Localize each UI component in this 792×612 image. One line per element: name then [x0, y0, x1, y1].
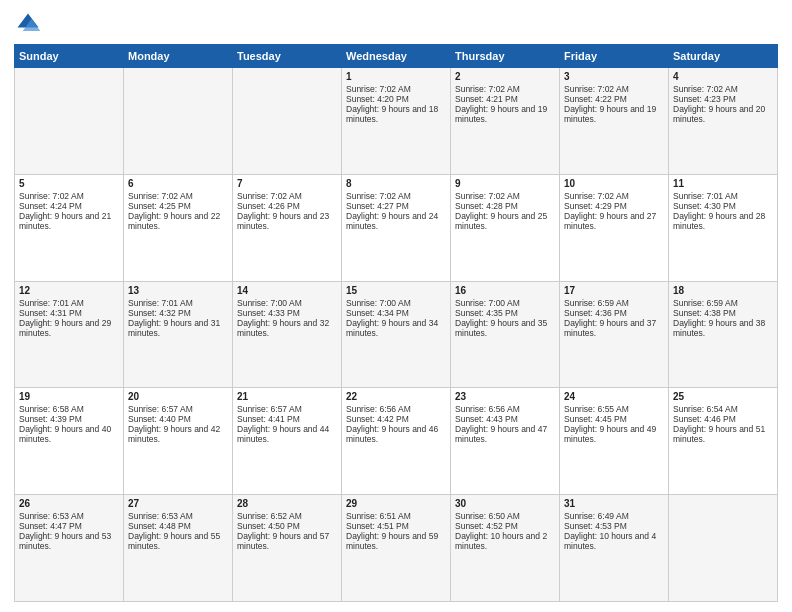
daylight-text: Daylight: 9 hours and 57 minutes. [237, 531, 337, 551]
header [14, 10, 778, 38]
sunrise-text: Sunrise: 7:02 AM [128, 191, 228, 201]
sunrise-text: Sunrise: 6:59 AM [673, 298, 773, 308]
daylight-text: Daylight: 9 hours and 40 minutes. [19, 424, 119, 444]
day-number: 16 [455, 285, 555, 296]
calendar-cell: 22Sunrise: 6:56 AMSunset: 4:42 PMDayligh… [342, 388, 451, 495]
daylight-text: Daylight: 9 hours and 32 minutes. [237, 318, 337, 338]
sunrise-text: Sunrise: 7:02 AM [564, 191, 664, 201]
calendar-cell: 17Sunrise: 6:59 AMSunset: 4:36 PMDayligh… [560, 281, 669, 388]
daylight-text: Daylight: 9 hours and 47 minutes. [455, 424, 555, 444]
day-number: 22 [346, 391, 446, 402]
day-number: 28 [237, 498, 337, 509]
calendar-cell: 15Sunrise: 7:00 AMSunset: 4:34 PMDayligh… [342, 281, 451, 388]
sunrise-text: Sunrise: 7:02 AM [237, 191, 337, 201]
calendar-cell: 6Sunrise: 7:02 AMSunset: 4:25 PMDaylight… [124, 174, 233, 281]
calendar-cell: 25Sunrise: 6:54 AMSunset: 4:46 PMDayligh… [669, 388, 778, 495]
calendar-cell: 27Sunrise: 6:53 AMSunset: 4:48 PMDayligh… [124, 495, 233, 602]
sunset-text: Sunset: 4:34 PM [346, 308, 446, 318]
calendar-cell [233, 68, 342, 175]
day-number: 9 [455, 178, 555, 189]
daylight-text: Daylight: 9 hours and 44 minutes. [237, 424, 337, 444]
day-number: 21 [237, 391, 337, 402]
week-row-0: 1Sunrise: 7:02 AMSunset: 4:20 PMDaylight… [15, 68, 778, 175]
calendar-body: 1Sunrise: 7:02 AMSunset: 4:20 PMDaylight… [15, 68, 778, 602]
sunset-text: Sunset: 4:30 PM [673, 201, 773, 211]
sunset-text: Sunset: 4:47 PM [19, 521, 119, 531]
sunrise-text: Sunrise: 6:56 AM [346, 404, 446, 414]
sunrise-text: Sunrise: 7:00 AM [346, 298, 446, 308]
sunset-text: Sunset: 4:40 PM [128, 414, 228, 424]
day-number: 1 [346, 71, 446, 82]
sunrise-text: Sunrise: 6:54 AM [673, 404, 773, 414]
sunset-text: Sunset: 4:48 PM [128, 521, 228, 531]
sunset-text: Sunset: 4:50 PM [237, 521, 337, 531]
sunset-text: Sunset: 4:36 PM [564, 308, 664, 318]
sunset-text: Sunset: 4:23 PM [673, 94, 773, 104]
sunset-text: Sunset: 4:25 PM [128, 201, 228, 211]
calendar-cell: 26Sunrise: 6:53 AMSunset: 4:47 PMDayligh… [15, 495, 124, 602]
day-number: 23 [455, 391, 555, 402]
weekday-header-tuesday: Tuesday [233, 45, 342, 68]
calendar-cell: 28Sunrise: 6:52 AMSunset: 4:50 PMDayligh… [233, 495, 342, 602]
sunset-text: Sunset: 4:38 PM [673, 308, 773, 318]
calendar-cell [124, 68, 233, 175]
sunset-text: Sunset: 4:24 PM [19, 201, 119, 211]
page: SundayMondayTuesdayWednesdayThursdayFrid… [0, 0, 792, 612]
day-number: 29 [346, 498, 446, 509]
calendar-cell: 20Sunrise: 6:57 AMSunset: 4:40 PMDayligh… [124, 388, 233, 495]
sunrise-text: Sunrise: 6:55 AM [564, 404, 664, 414]
calendar-cell: 18Sunrise: 6:59 AMSunset: 4:38 PMDayligh… [669, 281, 778, 388]
day-number: 24 [564, 391, 664, 402]
week-row-1: 5Sunrise: 7:02 AMSunset: 4:24 PMDaylight… [15, 174, 778, 281]
day-number: 19 [19, 391, 119, 402]
sunrise-text: Sunrise: 7:01 AM [673, 191, 773, 201]
daylight-text: Daylight: 9 hours and 28 minutes. [673, 211, 773, 231]
sunset-text: Sunset: 4:27 PM [346, 201, 446, 211]
calendar-cell: 5Sunrise: 7:02 AMSunset: 4:24 PMDaylight… [15, 174, 124, 281]
sunrise-text: Sunrise: 7:00 AM [455, 298, 555, 308]
day-number: 20 [128, 391, 228, 402]
sunrise-text: Sunrise: 7:02 AM [455, 84, 555, 94]
sunrise-text: Sunrise: 7:02 AM [346, 84, 446, 94]
calendar-cell: 13Sunrise: 7:01 AMSunset: 4:32 PMDayligh… [124, 281, 233, 388]
calendar-cell: 24Sunrise: 6:55 AMSunset: 4:45 PMDayligh… [560, 388, 669, 495]
sunset-text: Sunset: 4:20 PM [346, 94, 446, 104]
calendar-cell: 31Sunrise: 6:49 AMSunset: 4:53 PMDayligh… [560, 495, 669, 602]
calendar-cell: 7Sunrise: 7:02 AMSunset: 4:26 PMDaylight… [233, 174, 342, 281]
sunset-text: Sunset: 4:35 PM [455, 308, 555, 318]
sunrise-text: Sunrise: 7:02 AM [564, 84, 664, 94]
sunrise-text: Sunrise: 6:56 AM [455, 404, 555, 414]
logo-icon [14, 10, 42, 38]
calendar-cell: 10Sunrise: 7:02 AMSunset: 4:29 PMDayligh… [560, 174, 669, 281]
daylight-text: Daylight: 9 hours and 29 minutes. [19, 318, 119, 338]
day-number: 17 [564, 285, 664, 296]
calendar-cell [15, 68, 124, 175]
calendar-cell: 19Sunrise: 6:58 AMSunset: 4:39 PMDayligh… [15, 388, 124, 495]
daylight-text: Daylight: 9 hours and 21 minutes. [19, 211, 119, 231]
weekday-row: SundayMondayTuesdayWednesdayThursdayFrid… [15, 45, 778, 68]
sunset-text: Sunset: 4:28 PM [455, 201, 555, 211]
weekday-header-monday: Monday [124, 45, 233, 68]
week-row-4: 26Sunrise: 6:53 AMSunset: 4:47 PMDayligh… [15, 495, 778, 602]
calendar-cell: 4Sunrise: 7:02 AMSunset: 4:23 PMDaylight… [669, 68, 778, 175]
sunset-text: Sunset: 4:41 PM [237, 414, 337, 424]
sunset-text: Sunset: 4:22 PM [564, 94, 664, 104]
sunset-text: Sunset: 4:31 PM [19, 308, 119, 318]
sunrise-text: Sunrise: 6:59 AM [564, 298, 664, 308]
day-number: 12 [19, 285, 119, 296]
sunrise-text: Sunrise: 6:58 AM [19, 404, 119, 414]
weekday-header-friday: Friday [560, 45, 669, 68]
sunrise-text: Sunrise: 6:50 AM [455, 511, 555, 521]
day-number: 27 [128, 498, 228, 509]
daylight-text: Daylight: 9 hours and 24 minutes. [346, 211, 446, 231]
week-row-3: 19Sunrise: 6:58 AMSunset: 4:39 PMDayligh… [15, 388, 778, 495]
weekday-header-wednesday: Wednesday [342, 45, 451, 68]
day-number: 13 [128, 285, 228, 296]
sunset-text: Sunset: 4:32 PM [128, 308, 228, 318]
day-number: 26 [19, 498, 119, 509]
sunset-text: Sunset: 4:29 PM [564, 201, 664, 211]
calendar-cell: 8Sunrise: 7:02 AMSunset: 4:27 PMDaylight… [342, 174, 451, 281]
sunset-text: Sunset: 4:52 PM [455, 521, 555, 531]
calendar-cell: 2Sunrise: 7:02 AMSunset: 4:21 PMDaylight… [451, 68, 560, 175]
sunrise-text: Sunrise: 6:49 AM [564, 511, 664, 521]
